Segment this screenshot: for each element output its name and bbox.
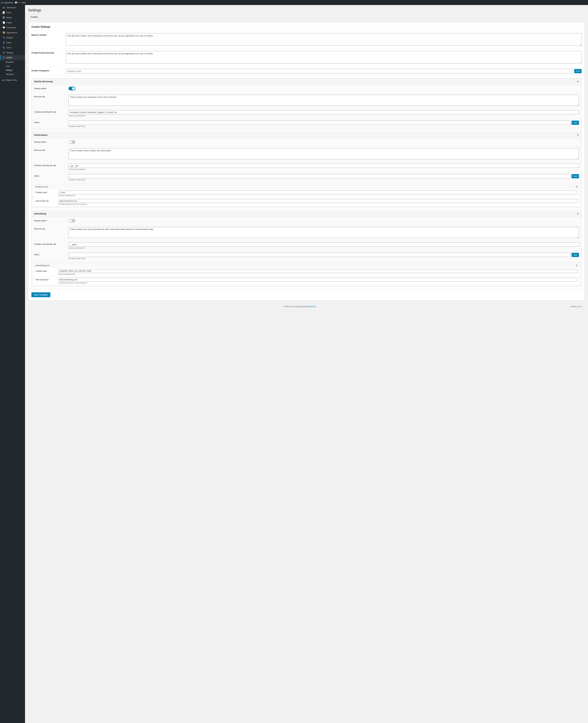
hosts-row-advertising: Hosts Add 3rd party cookie hosts. bbox=[31, 251, 582, 262]
comments-link[interactable]: 💬 0 bbox=[15, 1, 19, 4]
collapse-menu-button[interactable]: ◀ Collapse menu bbox=[0, 78, 25, 82]
sidebar-item-gdpr-telemetry[interactable]: Telemetry bbox=[0, 72, 25, 76]
new-content-link[interactable]: + New bbox=[20, 1, 26, 4]
banner-content-textarea[interactable]: This site uses cookies. By continuing to… bbox=[66, 33, 582, 46]
host-cookies-used-hint-facebook: Comma separated list. bbox=[58, 194, 578, 197]
sidebar-item-users[interactable]: 👤 Users bbox=[0, 40, 25, 45]
host-opt-out-input-advertising[interactable] bbox=[58, 278, 578, 282]
posts-icon: 📝 bbox=[2, 11, 5, 14]
how-we-use-label-strictly-necessary: How we use bbox=[34, 95, 65, 98]
sidebar-item-gdpr-settings[interactable]: Settings bbox=[0, 68, 25, 72]
sidebar-item-comments[interactable]: 💬 Comments bbox=[0, 25, 25, 30]
host-gear-advertising[interactable]: ⚙ bbox=[575, 264, 578, 267]
sidebar-item-gdpr-tools[interactable]: Tools bbox=[0, 64, 25, 68]
sidebar-item-media[interactable]: 🖼 Media bbox=[0, 15, 25, 20]
how-we-use-textarea-strictly-necessary[interactable]: These cookies are necessary for the site… bbox=[68, 95, 579, 106]
cookie-privacy-row: Cookie Privacy Excerpt This site uses co… bbox=[28, 49, 585, 66]
banner-content-label: Banner content bbox=[31, 33, 63, 46]
how-we-use-field-performance: These cookies collect simple user inform… bbox=[68, 148, 579, 160]
sidebar-item-posts[interactable]: 📝 Posts bbox=[0, 10, 25, 15]
media-icon: 🖼 bbox=[2, 16, 5, 19]
host-opt-out-hint-facebook: Url with instructions on how to opt out. bbox=[58, 203, 578, 205]
sidebar-label-posts: Posts bbox=[6, 12, 12, 14]
hosts-hint-advertising: 3rd party cookie hosts. bbox=[68, 257, 579, 260]
host-cookies-used-field-facebook: Comma separated list. bbox=[58, 190, 578, 197]
cookie-categories-row: Cookie Categories Add bbox=[28, 66, 585, 76]
admin-bar: ⊞ gdprdemo 💬 0 + New bbox=[0, 0, 588, 5]
cookies-used-input-strictly-necessary[interactable] bbox=[68, 110, 579, 115]
hosts-add-button-strictly-necessary[interactable]: Add bbox=[572, 121, 579, 125]
sidebar-item-tools[interactable]: 🔧 Tools bbox=[0, 45, 25, 50]
footer-wp-link[interactable]: WordPress bbox=[306, 306, 316, 308]
add-category-button[interactable]: Add bbox=[574, 69, 582, 73]
wp-logo[interactable]: ⊞ bbox=[1, 1, 3, 4]
sidebar-label-gdpr-requests: Requests bbox=[6, 61, 14, 63]
how-we-use-label-advertising: How we use bbox=[34, 227, 65, 230]
always-active-label-strictly-necessary: Always active bbox=[34, 87, 65, 90]
sidebar-label-media: Media bbox=[6, 16, 12, 19]
always-active-toggle-advertising[interactable] bbox=[68, 219, 76, 223]
category-gear-performance[interactable]: ⚙ bbox=[577, 134, 579, 136]
cookies-used-input-performance[interactable] bbox=[68, 164, 579, 168]
always-active-row-performance: Always active bbox=[31, 138, 582, 146]
toggle-slider-strictly-necessary bbox=[68, 87, 76, 90]
hosts-add-button-advertising[interactable]: Add bbox=[572, 253, 579, 257]
host-entry-advertising: advertising.com ⚙ Cookies used Comma sep… bbox=[34, 263, 580, 285]
tab-cookies[interactable]: Cookies bbox=[28, 15, 40, 19]
always-active-label-advertising: Always active bbox=[34, 219, 65, 222]
comments-icon: 💬 bbox=[15, 1, 17, 4]
host-name-advertising: advertising.com bbox=[36, 264, 50, 267]
host-opt-out-input-facebook[interactable] bbox=[58, 199, 578, 203]
site-name[interactable]: gdprdemo bbox=[4, 1, 14, 4]
page-footer: Thank you for creating with WordPress Ve… bbox=[28, 304, 585, 310]
gdpr-icon: 🛡 bbox=[2, 56, 5, 59]
sidebar-item-dashboard[interactable]: ⊞ Dashboard bbox=[0, 5, 25, 10]
sidebar-label-settings: Settings bbox=[6, 51, 14, 54]
sidebar-item-pages[interactable]: 📄 Pages bbox=[0, 20, 25, 25]
sidebar-item-plugins[interactable]: 🔌 Plugins bbox=[0, 35, 25, 40]
sidebar-item-gdpr-requests[interactable]: Requests bbox=[0, 60, 25, 64]
hosts-input-performance[interactable] bbox=[68, 174, 570, 178]
category-gear-advertising[interactable]: ⚙ bbox=[577, 212, 579, 215]
sidebar-label-gdpr-settings: Settings bbox=[6, 69, 12, 71]
always-active-toggle-field-performance bbox=[68, 140, 579, 144]
pages-icon: 📄 bbox=[2, 21, 5, 24]
how-we-use-textarea-performance[interactable]: These cookies collect simple user inform… bbox=[68, 148, 579, 159]
cookies-used-row-advertising: Cookies used by the site Comma separated… bbox=[31, 241, 582, 251]
hosts-input-advertising[interactable] bbox=[68, 253, 570, 257]
how-we-use-row-advertising: How we use These cookies are used to pro… bbox=[31, 225, 582, 241]
hosts-input-strictly-necessary[interactable] bbox=[68, 121, 570, 125]
section-title: Cookie Settings bbox=[28, 22, 585, 31]
cookies-used-field-advertising: Comma separated list. bbox=[68, 242, 579, 249]
main-content: Settings Cookies Cookie Settings Banner … bbox=[25, 5, 588, 723]
site-name-text: gdprdemo bbox=[4, 1, 14, 4]
host-cookies-used-input-advertising[interactable] bbox=[58, 269, 578, 273]
sidebar-label-gdpr-telemetry: Telemetry bbox=[6, 73, 14, 76]
sidebar-item-appearance[interactable]: 🎨 Appearance bbox=[0, 30, 25, 35]
hosts-add-button-performance[interactable]: Add bbox=[572, 174, 579, 178]
how-we-use-textarea-advertising[interactable]: These cookies are used to provide you wi… bbox=[68, 227, 579, 238]
always-active-toggle-performance[interactable] bbox=[68, 140, 76, 144]
host-cookies-used-field-advertising: Comma separated list. bbox=[58, 269, 578, 275]
users-icon: 👤 bbox=[2, 41, 5, 44]
sidebar-label-gdpr-tools: Tools bbox=[6, 65, 10, 67]
wp-logo-icon: ⊞ bbox=[1, 1, 3, 4]
cookie-privacy-textarea[interactable]: This site uses cookies. By continuing to… bbox=[66, 51, 582, 63]
how-we-use-field-advertising: These cookies are used to provide you wi… bbox=[68, 227, 579, 239]
category-name-input[interactable] bbox=[66, 69, 573, 74]
host-gear-facebook[interactable]: ⚙ bbox=[575, 185, 578, 188]
sidebar-item-settings[interactable]: ⚙ Settings bbox=[0, 50, 25, 55]
sidebar-item-gdpr[interactable]: 🛡 GDPR bbox=[0, 55, 25, 60]
category-gear-strictly-necessary[interactable]: ⚙ bbox=[577, 80, 579, 83]
sidebar-label-tools: Tools bbox=[6, 46, 11, 49]
category-title-strictly-necessary: Strictly Necessary bbox=[34, 80, 53, 83]
always-active-toggle-strictly-necessary[interactable] bbox=[68, 87, 76, 90]
sidebar-label-dashboard: Dashboard bbox=[6, 6, 16, 9]
layout: ⊞ Dashboard 📝 Posts 🖼 Media 📄 Pages 💬 Co… bbox=[0, 5, 588, 723]
cookies-used-input-advertising[interactable] bbox=[68, 242, 579, 247]
host-entry-facebook: facebook.com ⚙ Cookies used Comma separa… bbox=[34, 184, 580, 207]
save-button[interactable]: Save Changes bbox=[31, 292, 50, 297]
appearance-icon: 🎨 bbox=[2, 31, 5, 34]
category-performance: Performance ⚙ Always active How we use bbox=[31, 132, 582, 208]
host-cookies-used-input-facebook[interactable] bbox=[58, 190, 578, 194]
